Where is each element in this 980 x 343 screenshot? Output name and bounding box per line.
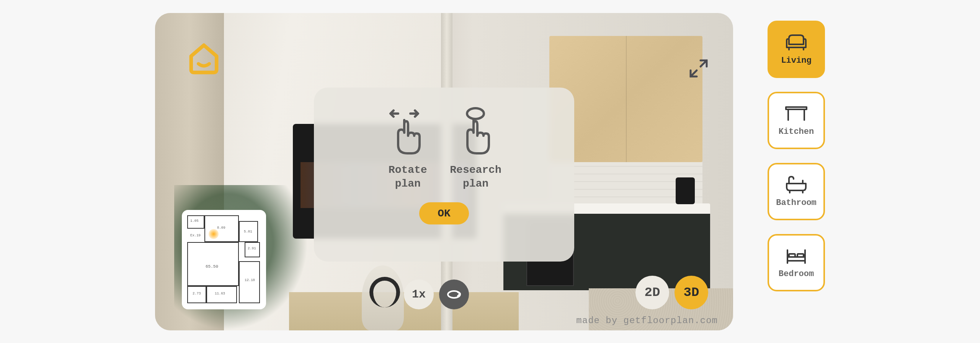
tutorial-ok-button[interactable]: OK (419, 202, 469, 224)
minimap-label: 2.73 (193, 292, 201, 296)
tutorial-rotate: Rotate plan (387, 107, 429, 191)
house-icon (186, 40, 222, 76)
svg-point-0 (467, 108, 484, 119)
bathtub-icon (784, 175, 808, 193)
minimap-label: 2.91 (248, 247, 256, 250)
orbit-icon (446, 287, 462, 302)
table-icon (784, 104, 808, 122)
room-tab-kitchen[interactable]: Kitchen (768, 92, 825, 149)
minimap-label: 12.18 (245, 278, 255, 282)
rotate-gesture-icon (387, 107, 429, 156)
bed-icon (784, 246, 808, 265)
brand-logo (186, 40, 222, 78)
speed-button[interactable]: 1x (404, 280, 434, 309)
bottom-controls: 1x (404, 280, 469, 309)
headphones-decor (369, 277, 400, 307)
room-tabs: Living Kitchen Bathroom Bedroom (768, 13, 825, 291)
fullscreen-button[interactable] (689, 59, 708, 78)
minimap-label: 5.01 (244, 230, 252, 234)
tap-gesture-icon (454, 107, 497, 156)
watermark: made by getfloorplan.com (576, 315, 718, 326)
tutorial-overlay: Rotate plan Research plan OK (314, 88, 574, 262)
minimap-current-position (209, 229, 219, 239)
minimap-label: 11.63 (215, 292, 225, 296)
view-toggle: 2D 3D (635, 276, 708, 309)
view-2d-button[interactable]: 2D (635, 276, 669, 309)
fullscreen-icon (689, 59, 708, 78)
room-tab-living[interactable]: Living (768, 21, 825, 78)
room-tab-label: Kitchen (779, 127, 814, 137)
room-tab-label: Living (781, 56, 811, 65)
tutorial-research: Research plan (450, 107, 501, 191)
room-tab-bedroom[interactable]: Bedroom (768, 234, 825, 291)
view-3d-button[interactable]: 3D (675, 276, 708, 309)
minimap-label: Ex.19 (190, 234, 201, 237)
orbit-button[interactable] (439, 280, 469, 309)
tutorial-rotate-label: Rotate plan (389, 163, 427, 191)
minimap-label: 8.09 (217, 226, 225, 230)
room-tab-label: Bedroom (779, 269, 814, 279)
room-tab-bathroom[interactable]: Bathroom (768, 163, 825, 220)
app-root: 1.05 8.09 5.01 2.91 65.50 11.63 2.73 12.… (155, 13, 825, 330)
minimap-plan: 1.05 8.09 5.01 2.91 65.50 11.63 2.73 12.… (187, 215, 261, 304)
minimap[interactable]: 1.05 8.09 5.01 2.91 65.50 11.63 2.73 12.… (182, 210, 266, 309)
minimap-label: 1.05 (190, 219, 199, 223)
sofa-icon (784, 33, 808, 51)
tutorial-research-label: Research plan (450, 163, 501, 191)
room-tab-label: Bathroom (776, 198, 817, 208)
minimap-label: 65.50 (206, 264, 218, 269)
knife-block-decor (676, 177, 695, 204)
scene-viewer[interactable]: 1.05 8.09 5.01 2.91 65.50 11.63 2.73 12.… (155, 13, 733, 330)
